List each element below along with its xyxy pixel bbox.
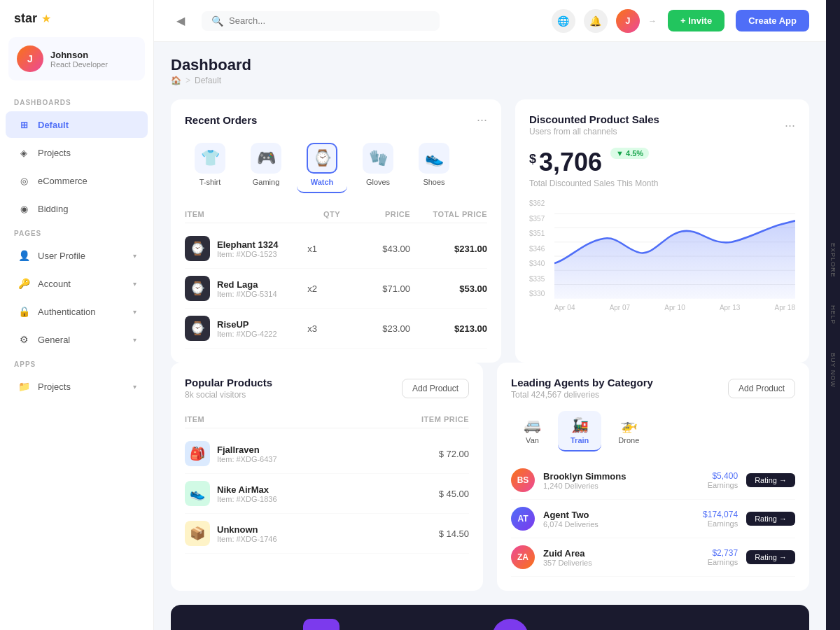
search-input[interactable] bbox=[229, 15, 430, 26]
product-sku: Item: #XDG-1836 bbox=[217, 495, 277, 503]
agent-deliveries: 1,240 Deliveries bbox=[543, 482, 626, 490]
sidebar-item-general[interactable]: ⚙ General ▾ bbox=[6, 326, 148, 353]
topbar-avatar[interactable]: J bbox=[616, 9, 640, 33]
item-image: ⌚ bbox=[185, 236, 210, 261]
product-row: 👟 Nike AirMax Item: #XDG-1836 $ 45.00 bbox=[185, 474, 469, 514]
agents-header: Leading Agents by Category Total 424,567… bbox=[511, 377, 795, 400]
agent-earnings-label: Earnings bbox=[708, 481, 738, 489]
item-qty: x1 bbox=[284, 244, 340, 254]
product-price: $ 72.00 bbox=[385, 449, 469, 459]
rating-button[interactable]: Rating → bbox=[746, 473, 795, 487]
breadcrumb-separator: > bbox=[186, 76, 190, 85]
sidebar-item-bidding-label: Bidding bbox=[38, 204, 136, 214]
bootstrap-label: Bootstrap 5 bbox=[349, 626, 450, 631]
help-label[interactable]: Help bbox=[830, 305, 836, 325]
agent-avatar: AT bbox=[511, 507, 535, 531]
explore-label[interactable]: Explore bbox=[830, 243, 836, 278]
card-menu-icon[interactable]: ··· bbox=[477, 113, 487, 126]
sidebar-item-ecommerce[interactable]: ◎ eCommerce bbox=[6, 167, 148, 194]
popular-products-header: Popular Products 8k social visitors Add … bbox=[185, 377, 469, 400]
sales-title: Discounted Product Sales bbox=[529, 113, 659, 125]
category-label-gloves: Gloves bbox=[366, 178, 390, 186]
item-price: $71.00 bbox=[340, 284, 410, 294]
category-tab-tshirt[interactable]: 👕 T-shirt bbox=[185, 137, 235, 193]
agent-row: BS Brooklyn Simmons 1,240 Deliveries $5,… bbox=[511, 461, 795, 500]
category-tab-shoes[interactable]: 👟 Shoes bbox=[409, 137, 459, 193]
tshirt-icon: 👕 bbox=[195, 143, 225, 174]
category-tab-gloves[interactable]: 🧤 Gloves bbox=[353, 137, 403, 193]
user-role: React Developer bbox=[50, 60, 108, 69]
item-total: $213.00 bbox=[410, 323, 487, 334]
chevron-down-icon: ▾ bbox=[133, 308, 136, 316]
transport-tab-drone[interactable]: 🚁 Drone bbox=[606, 411, 652, 451]
product-price: $ 14.50 bbox=[385, 528, 469, 539]
train-label: Train bbox=[570, 436, 589, 444]
sidebar-item-projects[interactable]: ◈ Projects bbox=[6, 139, 148, 166]
item-price: $43.00 bbox=[340, 244, 410, 254]
bidding-icon: ◉ bbox=[17, 202, 31, 216]
create-app-button[interactable]: Create App bbox=[736, 10, 809, 31]
sales-card-menu-icon[interactable]: ··· bbox=[785, 119, 795, 132]
product-row: 🎒 Fjallraven Item: #XDG-6437 $ 72.00 bbox=[185, 434, 469, 474]
buy-now-label[interactable]: Buy now bbox=[830, 353, 836, 388]
sidebar-item-authentication[interactable]: 🔒 Authentication ▾ bbox=[6, 298, 148, 325]
chart-y-labels: $362 $357 $351 $346 $340 $335 $330 bbox=[529, 200, 545, 298]
avatar: J bbox=[17, 46, 43, 72]
popular-products-subtitle: 8k social visitors bbox=[185, 390, 272, 400]
item-name: Red Laga bbox=[217, 279, 277, 290]
aspnet-brand: Cre ASP.NET Core 7 bbox=[492, 619, 676, 630]
rating-button[interactable]: Rating → bbox=[746, 512, 795, 526]
recent-orders-title: Recent Orders bbox=[185, 114, 257, 126]
item-sku: Item: #XDG-4222 bbox=[217, 330, 277, 338]
category-tab-watch[interactable]: ⌚ Watch bbox=[297, 137, 347, 193]
item-price: $23.00 bbox=[340, 323, 410, 334]
chevron-down-icon: ▾ bbox=[133, 383, 136, 391]
category-tab-gaming[interactable]: 🎮 Gaming bbox=[241, 137, 291, 193]
discounted-sales-card: Discounted Product Sales Users from all … bbox=[515, 99, 809, 363]
sidebar-item-apps-projects[interactable]: 📁 Projects ▾ bbox=[6, 373, 148, 400]
category-tabs: 👕 T-shirt 🎮 Gaming ⌚ Watch 🧤 Gloves bbox=[185, 137, 487, 193]
invite-button[interactable]: + Invite bbox=[668, 10, 724, 31]
shoes-icon: 👟 bbox=[419, 143, 449, 174]
table-row: ⌚ RiseUP Item: #XDG-4222 x3 $23.00 $213.… bbox=[185, 309, 487, 349]
sidebar-item-account[interactable]: 🔑 Account ▾ bbox=[6, 270, 148, 297]
topbar-globe-button[interactable]: 🌐 bbox=[552, 9, 575, 33]
topbar: ◀ 🔍 🌐 🔔 J → + Invite Create App bbox=[154, 0, 826, 42]
sidebar-user: J Johnson React Developer bbox=[8, 37, 145, 80]
agent-earnings-label: Earnings bbox=[703, 519, 738, 528]
top-cards-row: Recent Orders ··· 👕 T-shirt 🎮 Gaming ⌚ bbox=[171, 99, 809, 363]
chevron-down-icon: ▾ bbox=[133, 252, 136, 260]
col-item: ITEM bbox=[185, 210, 284, 218]
transport-tab-van[interactable]: 🚐 Van bbox=[511, 411, 554, 451]
agent-row: AT Agent Two 6,074 Deliveries $174,074 E… bbox=[511, 500, 795, 538]
collapse-sidebar-button[interactable]: ◀ bbox=[171, 11, 190, 31]
item-total: $53.00 bbox=[410, 284, 487, 294]
col-price: PRICE bbox=[340, 210, 410, 218]
pages-section-label: PAGES bbox=[0, 223, 153, 241]
promo-banner: B Bootstrap 5 Cre ASP.NET Core 7 bbox=[171, 605, 809, 630]
popular-products-title: Popular Products bbox=[185, 377, 272, 388]
user-profile-icon: 👤 bbox=[17, 248, 31, 262]
agents-add-product-button[interactable]: Add Product bbox=[728, 379, 795, 398]
product-name: Fjallraven bbox=[217, 444, 277, 455]
agent-avatar: BS bbox=[511, 468, 535, 492]
train-icon: 🚂 bbox=[571, 416, 589, 433]
agent-avatar: ZA bbox=[511, 545, 535, 569]
category-label-gaming: Gaming bbox=[253, 178, 280, 186]
user-name: Johnson bbox=[50, 50, 108, 60]
van-icon: 🚐 bbox=[524, 416, 541, 433]
sidebar-item-default[interactable]: ⊞ Default bbox=[6, 111, 148, 138]
topbar-user-arrow[interactable]: → bbox=[648, 16, 657, 26]
sidebar-item-general-label: General bbox=[38, 335, 126, 345]
category-label-tshirt: T-shirt bbox=[200, 178, 221, 186]
sidebar-item-user-profile[interactable]: 👤 User Profile ▾ bbox=[6, 242, 148, 269]
transport-tab-train[interactable]: 🚂 Train bbox=[558, 411, 601, 451]
sidebar-item-ecommerce-label: eCommerce bbox=[38, 176, 136, 186]
add-product-button[interactable]: Add Product bbox=[402, 379, 469, 398]
chart-svg bbox=[554, 200, 795, 299]
product-name: Nike AirMax bbox=[217, 484, 277, 495]
sidebar-item-bidding[interactable]: ◉ Bidding bbox=[6, 195, 148, 222]
transport-tabs: 🚐 Van 🚂 Train 🚁 Drone bbox=[511, 411, 795, 451]
topbar-notification-button[interactable]: 🔔 bbox=[584, 9, 608, 33]
rating-button[interactable]: Rating → bbox=[746, 550, 795, 564]
